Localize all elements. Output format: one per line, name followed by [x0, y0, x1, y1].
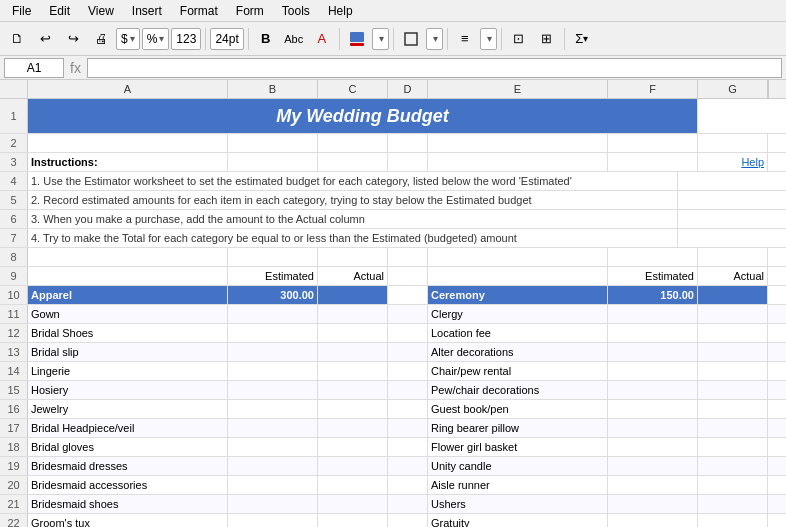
cell-16C[interactable]	[318, 400, 388, 418]
cell-3F[interactable]	[608, 153, 698, 171]
cell-21G[interactable]	[698, 495, 768, 513]
cell-13B[interactable]	[228, 343, 318, 361]
cell-8C[interactable]	[318, 248, 388, 266]
cell-8B[interactable]	[228, 248, 318, 266]
fontsize-dropdown[interactable]: 24pt	[210, 28, 243, 50]
cell-13G[interactable]	[698, 343, 768, 361]
cell-22F[interactable]	[608, 514, 698, 527]
cell-18F[interactable]	[608, 438, 698, 456]
cell-21A[interactable]: Bridesmaid shoes	[28, 495, 228, 513]
cell-11D[interactable]	[388, 305, 428, 323]
cell-16G[interactable]	[698, 400, 768, 418]
bg-dropdown[interactable]: ▾	[372, 28, 389, 50]
cell-2A[interactable]	[28, 134, 228, 152]
cell-12F[interactable]	[608, 324, 698, 342]
cell-5A[interactable]: 2. Record estimated amounts for each ite…	[28, 191, 678, 209]
cell-14F[interactable]	[608, 362, 698, 380]
cell-21D[interactable]	[388, 495, 428, 513]
cell-11C[interactable]	[318, 305, 388, 323]
cell-18G[interactable]	[698, 438, 768, 456]
cell-3D[interactable]	[388, 153, 428, 171]
cell-22G[interactable]	[698, 514, 768, 527]
cell-19E[interactable]: Unity candle	[428, 457, 608, 475]
redo-button[interactable]: ↪	[60, 26, 86, 52]
cell-15E[interactable]: Pew/chair decorations	[428, 381, 608, 399]
cell-13E[interactable]: Alter decorations	[428, 343, 608, 361]
cell-13A[interactable]: Bridal slip	[28, 343, 228, 361]
cell-2G[interactable]	[698, 134, 768, 152]
wrap-button[interactable]: ⊡	[506, 26, 532, 52]
cell-12E[interactable]: Location fee	[428, 324, 608, 342]
cell-18C[interactable]	[318, 438, 388, 456]
cell-10C[interactable]	[318, 286, 388, 304]
cell-reference-box[interactable]: A1	[4, 58, 64, 78]
cell-17F[interactable]	[608, 419, 698, 437]
cell-20F[interactable]	[608, 476, 698, 494]
cell-19C[interactable]	[318, 457, 388, 475]
cell-13C[interactable]	[318, 343, 388, 361]
cell-2B[interactable]	[228, 134, 318, 152]
undo-button[interactable]: ↩	[32, 26, 58, 52]
cell-13D[interactable]	[388, 343, 428, 361]
col-header-E[interactable]: E	[428, 80, 608, 98]
cell-20G[interactable]	[698, 476, 768, 494]
cell-15D[interactable]	[388, 381, 428, 399]
menu-format[interactable]: Format	[172, 2, 226, 20]
cell-18B[interactable]	[228, 438, 318, 456]
cell-16E[interactable]: Guest book/pen	[428, 400, 608, 418]
cell-15A[interactable]: Hosiery	[28, 381, 228, 399]
cell-22C[interactable]	[318, 514, 388, 527]
cell-10G[interactable]	[698, 286, 768, 304]
cell-8E[interactable]	[428, 248, 608, 266]
cell-9G[interactable]: Actual	[698, 267, 768, 285]
cell-16A[interactable]: Jewelry	[28, 400, 228, 418]
menu-view[interactable]: View	[80, 2, 122, 20]
currency-dropdown[interactable]: $ ▾	[116, 28, 140, 50]
cell-19B[interactable]	[228, 457, 318, 475]
format-dropdown[interactable]: 123	[171, 28, 201, 50]
col-header-G[interactable]: G	[698, 80, 768, 98]
cell-6A[interactable]: 3. When you make a purchase, add the amo…	[28, 210, 678, 228]
cell-15C[interactable]	[318, 381, 388, 399]
cell-8F[interactable]	[608, 248, 698, 266]
cell-21F[interactable]	[608, 495, 698, 513]
cell-16D[interactable]	[388, 400, 428, 418]
cell-3C[interactable]	[318, 153, 388, 171]
cell-2C[interactable]	[318, 134, 388, 152]
menu-help[interactable]: Help	[320, 2, 361, 20]
cell-9F[interactable]: Estimated	[608, 267, 698, 285]
border-button[interactable]	[398, 26, 424, 52]
cell-20A[interactable]: Bridesmaid accessories	[28, 476, 228, 494]
cell-21B[interactable]	[228, 495, 318, 513]
cell-21C[interactable]	[318, 495, 388, 513]
rows-container[interactable]: 1 My Wedding Budget 2 3 Instructions: He…	[0, 99, 786, 527]
cell-7A[interactable]: 4. Try to make the Total for each catego…	[28, 229, 678, 247]
cell-14D[interactable]	[388, 362, 428, 380]
bold-button[interactable]: B	[253, 26, 279, 52]
menu-tools[interactable]: Tools	[274, 2, 318, 20]
cell-19F[interactable]	[608, 457, 698, 475]
new-button[interactable]: 🗋	[4, 26, 30, 52]
cell-19D[interactable]	[388, 457, 428, 475]
cell-2E[interactable]	[428, 134, 608, 152]
cell-3A[interactable]: Instructions:	[28, 153, 228, 171]
bg-color-button[interactable]	[344, 26, 370, 52]
cell-14A[interactable]: Lingerie	[28, 362, 228, 380]
cell-22E[interactable]: Gratuity	[428, 514, 608, 527]
cell-9C[interactable]: Actual	[318, 267, 388, 285]
cell-10F[interactable]: 150.00	[608, 286, 698, 304]
cell-18A[interactable]: Bridal gloves	[28, 438, 228, 456]
cell-12A[interactable]: Bridal Shoes	[28, 324, 228, 342]
cell-17B[interactable]	[228, 419, 318, 437]
formula-input[interactable]	[87, 58, 782, 78]
cell-14C[interactable]	[318, 362, 388, 380]
cell-22D[interactable]	[388, 514, 428, 527]
abc-button[interactable]: Abc	[281, 26, 307, 52]
col-header-F[interactable]: F	[608, 80, 698, 98]
cell-11G[interactable]	[698, 305, 768, 323]
cell-19A[interactable]: Bridesmaid dresses	[28, 457, 228, 475]
cell-17D[interactable]	[388, 419, 428, 437]
cell-22B[interactable]	[228, 514, 318, 527]
cell-10E[interactable]: Ceremony	[428, 286, 608, 304]
col-header-D[interactable]: D	[388, 80, 428, 98]
